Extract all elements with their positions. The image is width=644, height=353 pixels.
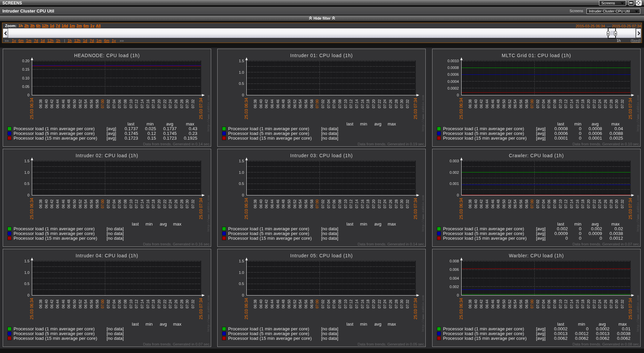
svg-text:Intruder 02: CPU load (1h): Intruder 02: CPU load (1h) bbox=[76, 153, 138, 158]
svg-text:07:22: 07:22 bbox=[592, 99, 596, 108]
svg-text:06:52: 06:52 bbox=[78, 99, 82, 108]
svg-text:[no data]: [no data] bbox=[107, 226, 124, 231]
svg-text:avg: avg bbox=[592, 221, 599, 227]
svg-text:max: max bbox=[186, 121, 194, 126]
svg-text:06:38: 06:38 bbox=[468, 300, 472, 308]
svg-text:1.0: 1.0 bbox=[239, 270, 244, 275]
svg-text:07:02: 07:02 bbox=[536, 99, 540, 108]
svg-text:Processor load (1 min average: Processor load (1 min average per core) bbox=[228, 126, 309, 131]
svg-text:07:32: 07:32 bbox=[191, 300, 195, 308]
svg-text:http://www.zabbix.com: http://www.zabbix.com bbox=[637, 195, 640, 231]
svg-text:07:04: 07:04 bbox=[327, 99, 331, 108]
svg-text:0: 0 bbox=[600, 236, 602, 241]
svg-text:0.002: 0.002 bbox=[449, 285, 459, 289]
svg-text:http://www.zabbix.com: http://www.zabbix.com bbox=[422, 195, 425, 231]
svg-text:1.0: 1.0 bbox=[239, 70, 244, 74]
svg-text:0.05: 0.05 bbox=[22, 85, 29, 89]
svg-text:0.43: 0.43 bbox=[189, 126, 197, 131]
svg-text:06:52: 06:52 bbox=[293, 300, 297, 308]
svg-text:Intruder 03: CPU load (1h): Intruder 03: CPU load (1h) bbox=[290, 153, 353, 158]
svg-text:06:46: 06:46 bbox=[491, 300, 495, 308]
svg-text:06:40: 06:40 bbox=[259, 300, 263, 308]
svg-text:Data from trends. Generated in: Data from trends. Generated in 0.19 sec. bbox=[358, 142, 425, 146]
svg-text:07:06: 07:06 bbox=[117, 199, 121, 208]
svg-text:07:22: 07:22 bbox=[377, 99, 381, 108]
svg-text:0.006: 0.006 bbox=[449, 267, 459, 272]
svg-text:Processor load (5 min average: Processor load (5 min average per core) bbox=[14, 231, 95, 236]
svg-text:25.03 07:34: 25.03 07:34 bbox=[199, 198, 203, 219]
svg-text:Processor load (1 min average: Processor load (1 min average per core) bbox=[228, 326, 309, 331]
svg-text:0.002: 0.002 bbox=[557, 226, 568, 231]
svg-text:0.20: 0.20 bbox=[22, 59, 29, 63]
svg-text:06:50: 06:50 bbox=[72, 300, 76, 308]
svg-text:07:20: 07:20 bbox=[157, 99, 161, 108]
svg-text:[no data]: [no data] bbox=[321, 326, 338, 331]
svg-text:http://www.zabbix.com: http://www.zabbix.com bbox=[422, 95, 425, 131]
svg-text:07:10: 07:10 bbox=[343, 300, 348, 308]
svg-text:07:18: 07:18 bbox=[151, 300, 155, 308]
svg-text:07:12: 07:12 bbox=[564, 199, 568, 208]
svg-text:06:56: 06:56 bbox=[519, 99, 523, 108]
svg-text:0: 0 bbox=[579, 231, 581, 236]
svg-text:07:14: 07:14 bbox=[140, 300, 144, 308]
svg-text:07:08: 07:08 bbox=[553, 199, 557, 208]
svg-text:07:24: 07:24 bbox=[168, 300, 172, 308]
svg-text:07:28: 07:28 bbox=[180, 199, 184, 208]
svg-text:07:20: 07:20 bbox=[372, 300, 376, 308]
svg-text:Processor load (15 min average: Processor load (15 min average per core) bbox=[14, 136, 97, 141]
svg-text:max: max bbox=[387, 121, 396, 126]
svg-text:06:46: 06:46 bbox=[276, 199, 280, 208]
svg-text:0.0062: 0.0062 bbox=[554, 336, 568, 341]
svg-text:0: 0 bbox=[457, 293, 459, 297]
svg-text:06:56: 06:56 bbox=[304, 300, 308, 308]
svg-text:last: last bbox=[347, 121, 354, 126]
svg-text:0.008: 0.008 bbox=[449, 259, 459, 263]
svg-text:07:32: 07:32 bbox=[405, 99, 409, 108]
svg-text:min: min bbox=[574, 121, 581, 126]
svg-text:06:50: 06:50 bbox=[502, 300, 506, 308]
svg-text:last: last bbox=[557, 221, 564, 227]
svg-text:0.0001: 0.0001 bbox=[589, 136, 602, 141]
svg-text:07:04: 07:04 bbox=[112, 300, 116, 308]
svg-text:0.0062: 0.0062 bbox=[617, 336, 630, 341]
svg-text:07:00: 07:00 bbox=[315, 99, 319, 108]
svg-text:07:30: 07:30 bbox=[185, 199, 189, 208]
svg-text:07:08: 07:08 bbox=[338, 300, 342, 308]
svg-text:0.5: 0.5 bbox=[239, 81, 244, 86]
svg-text:07:06: 07:06 bbox=[547, 300, 551, 308]
svg-text:Data from trends. Generated in: Data from trends. Generated in 0.05 sec. bbox=[358, 342, 425, 346]
svg-text:07:22: 07:22 bbox=[377, 300, 381, 308]
svg-text:min: min bbox=[360, 221, 367, 227]
svg-text:06:46: 06:46 bbox=[491, 99, 495, 108]
svg-text:0.1737: 0.1737 bbox=[163, 126, 177, 131]
svg-text:07:30: 07:30 bbox=[400, 300, 404, 308]
svg-text:06:58: 06:58 bbox=[525, 300, 529, 308]
svg-text:25.03 07:34: 25.03 07:34 bbox=[628, 98, 633, 119]
svg-text:07:10: 07:10 bbox=[343, 199, 348, 208]
svg-text:07:16: 07:16 bbox=[360, 300, 364, 308]
svg-text:06:42: 06:42 bbox=[479, 199, 483, 208]
svg-text:06:48: 06:48 bbox=[496, 99, 500, 108]
svg-text:avg: avg bbox=[374, 322, 381, 327]
svg-text:07:00: 07:00 bbox=[101, 99, 105, 108]
svg-text:07:24: 07:24 bbox=[383, 99, 387, 108]
svg-text:07:28: 07:28 bbox=[394, 300, 398, 308]
svg-text:avg: avg bbox=[592, 121, 599, 126]
svg-text:07:04: 07:04 bbox=[327, 300, 331, 308]
svg-text:25.03 07:34: 25.03 07:34 bbox=[628, 298, 633, 320]
svg-text:07:06: 07:06 bbox=[117, 300, 121, 308]
svg-text:07:12: 07:12 bbox=[134, 199, 138, 208]
svg-text:Processor load (15 min average: Processor load (15 min average per core) bbox=[14, 236, 97, 241]
svg-text:06:50: 06:50 bbox=[502, 99, 506, 108]
svg-text:07:30: 07:30 bbox=[185, 300, 189, 308]
svg-text:[no data]: [no data] bbox=[321, 336, 338, 341]
svg-text:07:10: 07:10 bbox=[129, 199, 133, 208]
svg-text:07:00: 07:00 bbox=[530, 99, 534, 108]
svg-text:07:14: 07:14 bbox=[570, 199, 574, 208]
svg-text:max: max bbox=[387, 221, 396, 227]
svg-text:07:26: 07:26 bbox=[388, 199, 393, 208]
svg-text:07:12: 07:12 bbox=[349, 300, 353, 308]
svg-text:Processor load (1 min average: Processor load (1 min average per core) bbox=[228, 226, 309, 231]
svg-text:[avg]: [avg] bbox=[536, 326, 546, 331]
svg-text:06:54: 06:54 bbox=[298, 99, 302, 108]
